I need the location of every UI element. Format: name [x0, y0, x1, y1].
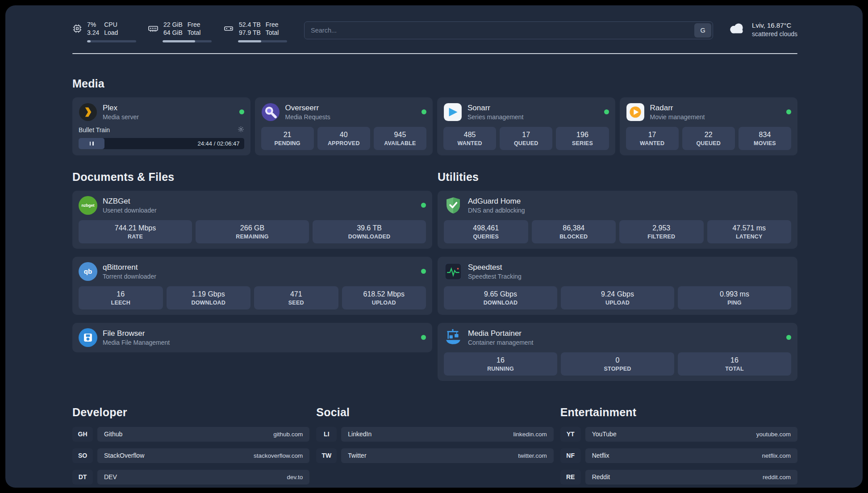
app-desc: Torrent downloader — [103, 273, 156, 280]
stat-value: 21 — [263, 131, 312, 139]
stat-tile: 945 AVAILABLE — [374, 127, 426, 150]
search-engine-button[interactable]: G — [694, 23, 711, 38]
pause-icon — [90, 142, 91, 146]
stat-label: UPLOAD — [563, 300, 672, 306]
search-input[interactable] — [311, 27, 694, 34]
ram-label-top: Free — [188, 21, 201, 29]
stat-label: QUERIES — [446, 234, 526, 240]
stat-value: 744.21 Mbps — [80, 224, 190, 232]
link-url: netflix.com — [762, 452, 791, 459]
app-desc: Usenet downloader — [103, 207, 157, 214]
link-name: Twitter — [348, 452, 366, 459]
stat-label: PENDING — [263, 140, 312, 146]
stat-value: 9.65 Gbps — [446, 290, 555, 298]
stat-value: 47.571 ms — [709, 224, 790, 232]
stat-label: LEECH — [80, 300, 161, 306]
weather-widget: Lviv, 16.87°C scattered clouds — [728, 21, 797, 38]
link-name: DEV — [104, 473, 117, 480]
filebrowser-card[interactable]: File Browser Media File Management — [72, 323, 432, 352]
search-bar[interactable]: G — [304, 21, 713, 39]
link-abbr: TW — [316, 448, 337, 463]
filebrowser-icon — [79, 328, 97, 347]
stat-tile: 0 STOPPED — [561, 352, 674, 376]
ram-progress-fill — [163, 40, 195, 42]
cpu-progress-fill — [87, 40, 91, 42]
stat-value: 16 — [680, 356, 789, 364]
stat-tile: 21 PENDING — [261, 127, 314, 150]
app-name: File Browser — [103, 329, 170, 338]
disk-label-bottom: Total — [266, 29, 279, 37]
media-player-bar: 24:44 / 02:06:47 — [79, 138, 244, 149]
link-dev[interactable]: DEV dev.to — [97, 470, 309, 485]
stat-tile: 39.6 TB DOWNLOADED — [313, 220, 426, 243]
stat-tile: 0.993 ms PING — [678, 286, 791, 309]
stat-tile: 471 SEED — [254, 286, 338, 309]
link-row: GH Github github.com — [72, 427, 309, 442]
link-linkedin[interactable]: LinkedIn linkedin.com — [341, 427, 553, 442]
link-abbr: LI — [316, 427, 337, 442]
link-name: LinkedIn — [348, 430, 371, 438]
app-name: Media Portainer — [468, 329, 533, 338]
stat-label: UPLOAD — [344, 300, 425, 306]
link-url: twitter.com — [518, 452, 547, 459]
stat-label: DOWNLOADED — [314, 234, 424, 240]
stat-label: RATE — [80, 234, 190, 240]
stat-value: 0.993 ms — [680, 290, 789, 298]
status-dot — [421, 269, 426, 274]
link-url: youtube.com — [756, 431, 791, 438]
ram-monitor: 22 GiB 64 GiB Free Total — [148, 21, 212, 42]
disk-monitor: 52.4 TB 97.9 TB Free Total — [223, 21, 287, 42]
link-url: reddit.com — [763, 474, 791, 480]
stat-tile: 16 LEECH — [79, 286, 163, 309]
media-section-title: Media — [72, 77, 797, 90]
stat-tile: 16 TOTAL — [678, 352, 791, 376]
link-twitter[interactable]: Twitter twitter.com — [341, 448, 553, 463]
qbittorrent-icon: qb — [79, 262, 97, 281]
stat-value: 618.52 Mbps — [344, 290, 425, 298]
media-section: Media Plex Media server — [72, 77, 797, 155]
stat-label: BLOCKED — [534, 234, 614, 240]
adguard-icon — [444, 196, 463, 215]
entertainment-column: Entertainment YT YouTube youtube.com NF … — [560, 406, 797, 485]
link-name: Netflix — [592, 452, 609, 459]
link-abbr: SO — [72, 448, 93, 463]
disk-total-value: 97.9 TB — [239, 29, 261, 37]
stat-value: 16 — [80, 290, 161, 298]
stat-tile: 17 QUEUED — [500, 127, 552, 150]
sonarr-card[interactable]: Sonarr Series management 485 WANTED 17 Q… — [437, 97, 615, 155]
status-dot — [786, 335, 791, 340]
stat-value: 498,461 — [446, 224, 526, 232]
link-row: DT DEV dev.to — [72, 470, 309, 485]
stat-value: 17 — [501, 131, 551, 139]
speedtest-card[interactable]: Speedtest Speedtest Tracking 9.65 Gbps D… — [438, 257, 797, 315]
overseerr-card[interactable]: Overseerr Media Requests 21 PENDING 40 A… — [255, 97, 433, 155]
ram-icon — [148, 23, 159, 34]
link-stackoverflow[interactable]: StackOverflow stackoverflow.com — [97, 448, 309, 463]
stat-label: QUEUED — [501, 140, 551, 146]
app-desc: Movie management — [650, 113, 705, 121]
link-netflix[interactable]: Netflix netflix.com — [585, 448, 797, 463]
link-name: Reddit — [592, 473, 610, 480]
portainer-card[interactable]: Media Portainer Container management 16 … — [438, 323, 797, 381]
speedtest-icon — [444, 262, 463, 281]
app-desc: Media Requests — [285, 113, 330, 121]
link-row: LI LinkedIn linkedin.com — [316, 427, 553, 442]
pause-button[interactable] — [79, 138, 104, 149]
nzbget-card[interactable]: nzbget NZBGet Usenet downloader 744.21 M… — [72, 191, 432, 249]
plex-card[interactable]: Plex Media server Bullet Train — [72, 97, 250, 155]
gear-icon[interactable] — [238, 126, 244, 134]
link-github[interactable]: Github github.com — [97, 427, 309, 442]
stat-value: 9.24 Gbps — [563, 290, 672, 298]
app-name: Plex — [103, 104, 139, 113]
link-reddit[interactable]: Reddit reddit.com — [585, 470, 797, 485]
cpu-load-value: 3.24 — [87, 29, 99, 37]
app-name: AdGuard Home — [468, 197, 525, 206]
adguard-card[interactable]: AdGuard Home DNS and adblocking 498,461 … — [438, 191, 797, 249]
radarr-card[interactable]: Radarr Movie management 17 WANTED 22 QUE… — [620, 97, 798, 155]
entertainment-section-title: Entertainment — [560, 406, 797, 419]
portainer-icon — [444, 328, 463, 347]
qbittorrent-card[interactable]: qb qBittorrent Torrent downloader 16 LEE… — [72, 257, 432, 315]
link-name: StackOverflow — [104, 452, 144, 459]
stat-label: LATENCY — [709, 234, 790, 240]
link-youtube[interactable]: YouTube youtube.com — [585, 427, 797, 442]
